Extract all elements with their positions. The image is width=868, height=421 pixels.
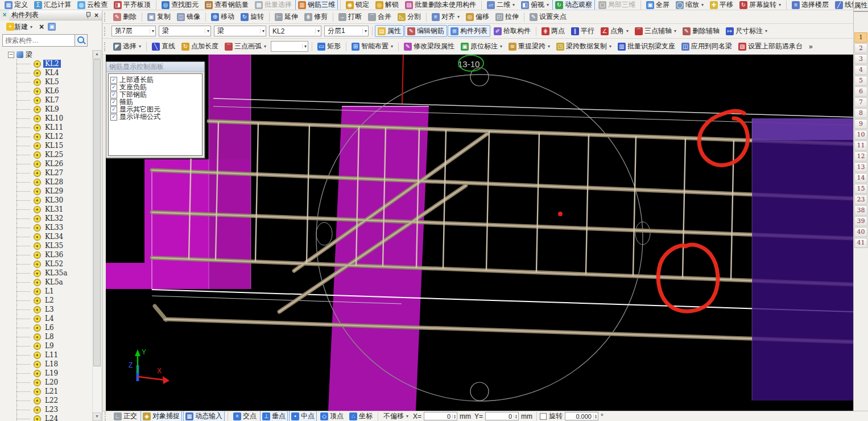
floor-button-12[interactable]: 12 [854, 151, 867, 162]
checkbox-checked[interactable]: ✓ [110, 84, 117, 91]
coordinate-snap-button[interactable]: ∴坐标 [347, 411, 375, 421]
floor-button-40[interactable]: 40 [854, 227, 867, 237]
cloud-check-button[interactable]: ◍云检查 [75, 0, 110, 10]
align-button[interactable]: ≡对齐▾ [429, 11, 462, 23]
drag-handle[interactable] [104, 27, 108, 36]
pin-icon[interactable] [85, 11, 91, 19]
modify-beam-segment-button[interactable]: ✎修改梁段属性 [401, 40, 457, 52]
tree-item-L20[interactable]: L20 [0, 378, 93, 387]
floor-button-15[interactable]: 15 [854, 184, 867, 194]
smart-layout-button[interactable]: ⊞智能布置▾ [349, 40, 396, 52]
rotate-input[interactable]: 0.000▲▼ [565, 412, 598, 420]
select-button[interactable]: ◤选择▾ [110, 40, 144, 52]
partial-3d-button[interactable]: ▢局部三维 [596, 0, 638, 10]
drag-handle[interactable] [104, 13, 108, 22]
tree-item-KL5a[interactable]: KL5a [0, 278, 93, 287]
checkbox-checked[interactable]: ✓ [110, 77, 117, 84]
view-2d-button[interactable]: ▱二维▾ [484, 0, 518, 10]
tree-item-L23[interactable]: L23 [0, 405, 93, 414]
intersection-snap-button[interactable]: ×交点 [231, 411, 259, 421]
find-element-button[interactable]: ◎查找图元 [159, 0, 201, 10]
perpendicular-snap-button[interactable]: ⊥垂点 [260, 411, 288, 421]
midpoint-snap-button[interactable]: •中点 [289, 411, 317, 421]
tree-item-L3[interactable]: L3 [0, 305, 93, 314]
floor-button-11[interactable]: 11 [854, 141, 867, 151]
spinner-icons[interactable]: ▲▼ [514, 414, 518, 419]
merge-button[interactable]: ⌒合并 [365, 11, 394, 23]
ortho-button[interactable]: ∟正交 [111, 411, 139, 421]
view-rebar-qty-button[interactable]: ▤查看钢筋量 [202, 0, 251, 10]
zoom-button[interactable]: ◯缩放▾ [673, 0, 706, 10]
batch-select-button[interactable]: ▩批量选择 [252, 0, 295, 10]
tree-item-KL36[interactable]: KL36 [0, 250, 93, 259]
y-input[interactable]: 0▲▼ [485, 412, 519, 420]
x-input[interactable]: 0▲▼ [424, 412, 457, 420]
element-list-button[interactable]: ≣构件列表 [448, 25, 490, 37]
tree-item-L22[interactable]: L22 [0, 396, 93, 405]
batch-delete-unused-button[interactable]: ▨批量删除未使用构件 [402, 0, 479, 10]
tree-item-KL15[interactable]: KL15 [0, 141, 93, 150]
floor-button-5[interactable]: 5 [854, 76, 867, 86]
tab-properties[interactable]: 属性 [854, 0, 868, 12]
dynamic-input-button[interactable]: ▦动态输入 [183, 411, 225, 421]
scroll-up-icon[interactable]: ▲ [93, 50, 101, 59]
tree-item-L19[interactable]: L19 [0, 369, 93, 378]
spinner-icons[interactable]: ▲▼ [593, 414, 598, 419]
extend-button[interactable]: ⊢延伸 [272, 11, 301, 23]
tree-item-L2[interactable]: L2 [0, 296, 93, 305]
tree-item-KL4[interactable]: KL4 [0, 68, 93, 77]
tree-item-L6[interactable]: L6 [0, 323, 93, 332]
floor-button-8[interactable]: 8 [854, 108, 867, 118]
pick-element-button[interactable]: ✐拾取构件 [491, 25, 534, 37]
object-snap-button[interactable]: ◈对象捕捉 [140, 411, 182, 421]
tree-item-L4[interactable]: L4 [0, 314, 93, 323]
floor-button-38[interactable]: 38 [854, 205, 867, 216]
rotate-button[interactable]: ↻旋转 [238, 11, 267, 23]
tree-item-KL35a[interactable]: KL35a [0, 269, 93, 278]
floor-button-41[interactable]: 41 [854, 238, 867, 248]
orbit-button[interactable]: ↻动态观察 [552, 0, 595, 10]
tree-item-KL7[interactable]: KL7 [0, 96, 93, 105]
dimension-button[interactable]: ↦尺寸标注▾ [723, 25, 770, 37]
floor-button-23[interactable]: 23 [854, 195, 867, 205]
floor-select[interactable]: 第7层▾ [111, 26, 156, 36]
floor-button-1[interactable]: 1 [854, 32, 867, 43]
drag-handle[interactable] [104, 42, 108, 51]
vertex-snap-button[interactable]: ◇顶点 [318, 411, 346, 421]
tree-item-L1[interactable]: L1 [0, 287, 93, 296]
tree-item-KL35[interactable]: KL35 [0, 241, 93, 250]
parallel-axis-button[interactable]: ∥平行 [568, 25, 597, 37]
tree-item-KL6[interactable]: KL6 [0, 86, 93, 96]
tree-item-L11[interactable]: L11 [0, 350, 93, 360]
mirror-button[interactable]: ◫镜像 [174, 11, 203, 23]
delete-aux-axis-button[interactable]: ✎删除辅轴 [680, 25, 722, 37]
tree-item-KL25[interactable]: KL25 [0, 150, 93, 159]
search-input[interactable] [2, 34, 75, 47]
element-select[interactable]: KL2▾ [269, 26, 321, 36]
tree-item-KL52[interactable]: KL52 [0, 259, 93, 269]
toolbar-overflow-button[interactable]: » [806, 42, 816, 52]
top-view-button[interactable]: ◧俯视▾ [518, 0, 552, 10]
offset-mode-button[interactable]: 不偏移▾ [381, 411, 411, 421]
rectangle-button[interactable]: ▭矩形 [315, 40, 344, 52]
floor-button-14[interactable]: 14 [854, 173, 867, 183]
layer-select[interactable]: 分层1▾ [324, 26, 369, 36]
spinner-icons[interactable]: ▲▼ [452, 414, 457, 419]
properties-button[interactable]: ▤属性 [375, 25, 404, 37]
category-select[interactable]: 梁▾ [159, 26, 211, 36]
summary-calc-button[interactable]: Σ汇总计算 [31, 0, 74, 10]
tree-item-KL29[interactable]: KL29 [0, 187, 93, 196]
floor-button-9[interactable]: 9 [854, 119, 867, 129]
tree-item-KL30[interactable]: KL30 [0, 196, 93, 205]
tree-item-KL27[interactable]: KL27 [0, 168, 93, 178]
point-angle-button[interactable]: ∠点角▾ [598, 25, 631, 37]
rebar-3d-button[interactable]: ▥钢筋三维 [295, 0, 338, 10]
floor-button-10[interactable]: 10 [854, 130, 867, 140]
floor-button-3[interactable]: 3 [854, 54, 867, 64]
viewport-canvas[interactable]: 13-10 Y Z X [106, 55, 853, 411]
tree-item-KL5[interactable]: KL5 [0, 77, 93, 86]
select-floor-button[interactable]: ≡选择楼层 [789, 0, 832, 10]
tree-item-L21[interactable]: L21 [0, 387, 93, 396]
type-select[interactable]: 梁▾ [214, 26, 266, 36]
re-extract-beam-span-button[interactable]: ≋重提梁跨▾ [506, 40, 553, 52]
